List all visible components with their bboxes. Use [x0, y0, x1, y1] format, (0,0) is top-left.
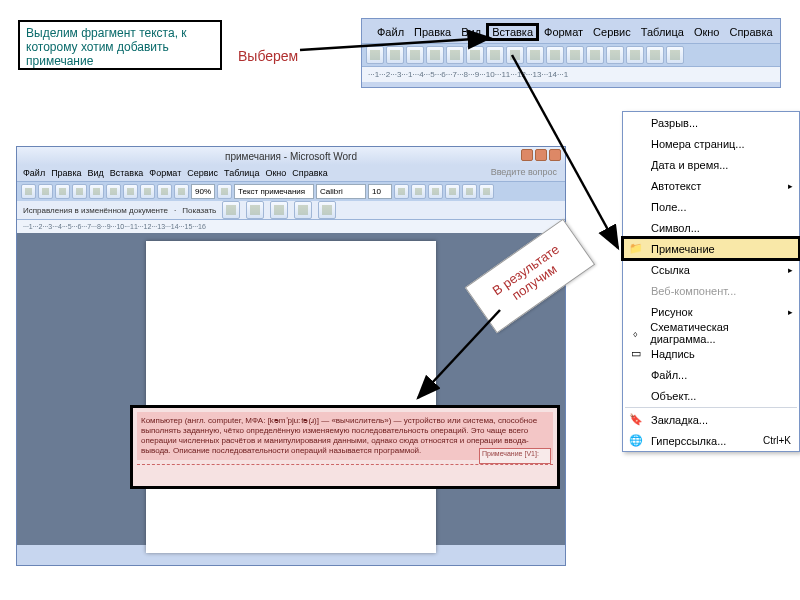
dd-bookmark[interactable]: 🔖Закладка...	[623, 409, 799, 430]
dd-page-numbers[interactable]: Номера страниц...	[623, 133, 799, 154]
tb-print-icon[interactable]	[72, 184, 87, 199]
w2-menu-tools[interactable]: Сервис	[187, 168, 218, 178]
menu-tools[interactable]: Сервис	[588, 24, 636, 40]
blank-icon	[627, 304, 645, 320]
toolbar-paste-icon[interactable]	[526, 46, 544, 64]
dd-autotext[interactable]: Автотекст▸	[623, 175, 799, 196]
menu-view[interactable]: Вид	[456, 24, 486, 40]
dd-break[interactable]: Разрыв...	[623, 112, 799, 133]
ruler: ···1···2···3···1···4···5···6···7···8···9…	[362, 66, 780, 82]
menu-insert[interactable]: Вставка	[486, 23, 539, 41]
diagram-icon: ⬨	[627, 325, 644, 341]
w2-menu-insert[interactable]: Вставка	[110, 168, 143, 178]
dd-separator	[625, 407, 797, 408]
word-menubar-fragment: Файл Правка Вид Вставка Формат Сервис Та…	[361, 18, 781, 88]
dd-reference[interactable]: Ссылка▸	[623, 259, 799, 280]
toolbar-print-icon[interactable]	[426, 46, 444, 64]
blank-icon	[627, 157, 645, 173]
tb-redo-icon[interactable]	[174, 184, 189, 199]
blank-icon	[627, 199, 645, 215]
menu-help[interactable]: Справка	[724, 24, 777, 40]
w2-menu-file[interactable]: Файл	[23, 168, 45, 178]
toolbar-drawing-icon[interactable]	[646, 46, 664, 64]
zoom-combo[interactable]: 90%	[191, 184, 215, 199]
word2-ruler: ···1···2···3···4···5···6···7···8···9···1…	[17, 219, 565, 233]
help-question-box[interactable]: Введите вопрос	[491, 167, 557, 177]
review-prev-icon[interactable]	[222, 201, 240, 219]
menu-table[interactable]: Таблица	[636, 24, 689, 40]
review-accept-icon[interactable]	[270, 201, 288, 219]
close-button[interactable]	[549, 149, 561, 161]
maximize-button[interactable]	[535, 149, 547, 161]
toolbar-new-icon[interactable]	[366, 46, 384, 64]
w2-menu-help[interactable]: Справка	[292, 168, 327, 178]
toolbar-preview-icon[interactable]	[446, 46, 464, 64]
toolbar-save-icon[interactable]	[406, 46, 424, 64]
review-comment-icon[interactable]	[318, 201, 336, 219]
tb-align-center-icon[interactable]	[462, 184, 477, 199]
toolbar-open-icon[interactable]	[386, 46, 404, 64]
folder-icon: 📁	[627, 241, 645, 257]
tb-paste-icon[interactable]	[140, 184, 155, 199]
tb-underline-icon[interactable]	[428, 184, 443, 199]
dd-comment[interactable]: 📁Примечание	[623, 238, 799, 259]
word2-review-toolbar: Исправления в изменённом документе · Пок…	[17, 201, 565, 219]
tb-new-icon[interactable]	[21, 184, 36, 199]
minimize-button[interactable]	[521, 149, 533, 161]
tb-help-icon[interactable]	[217, 184, 232, 199]
dd-date-time[interactable]: Дата и время...	[623, 154, 799, 175]
w2-menu-format[interactable]: Формат	[149, 168, 181, 178]
blank-icon	[627, 388, 645, 404]
globe-icon: 🌐	[627, 433, 645, 449]
tb-align-left-icon[interactable]	[445, 184, 460, 199]
tb-open-icon[interactable]	[38, 184, 53, 199]
dd-diagram[interactable]: ⬨Схематическая диаграмма...	[623, 322, 799, 343]
w2-menu-view[interactable]: Вид	[88, 168, 104, 178]
toolbar-columns-icon[interactable]	[626, 46, 644, 64]
toolbar-undo-icon[interactable]	[546, 46, 564, 64]
toolbar-spell-icon[interactable]	[466, 46, 484, 64]
style-combo[interactable]: Текст примечания	[234, 184, 314, 199]
w2-menu-window[interactable]: Окно	[265, 168, 286, 178]
toolbar-cut-icon[interactable]	[486, 46, 504, 64]
menu-window[interactable]: Окно	[689, 24, 725, 40]
tb-italic-icon[interactable]	[411, 184, 426, 199]
dd-picture[interactable]: Рисунок▸	[623, 301, 799, 322]
track-changes-combo[interactable]: Исправления в изменённом документе	[23, 206, 168, 215]
toolbar-link-icon[interactable]	[586, 46, 604, 64]
size-combo[interactable]: 10	[368, 184, 392, 199]
submenu-arrow-icon: ▸	[788, 307, 793, 317]
instruction-note: Выделим фрагмент текста, к которому хоти…	[18, 20, 222, 70]
document-page[interactable]	[146, 241, 436, 553]
menu-edit[interactable]: Правка	[409, 24, 456, 40]
w2-menu-table[interactable]: Таблица	[224, 168, 259, 178]
window-title: примечания - Microsoft Word	[225, 151, 357, 162]
review-reject-icon[interactable]	[294, 201, 312, 219]
tb-cut-icon[interactable]	[106, 184, 121, 199]
toolbar-redo-icon[interactable]	[566, 46, 584, 64]
tb-undo-icon[interactable]	[157, 184, 172, 199]
dd-object[interactable]: Объект...	[623, 385, 799, 406]
w2-menu-edit[interactable]: Правка	[51, 168, 81, 178]
blank-icon	[627, 262, 645, 278]
tb-copy-icon[interactable]	[123, 184, 138, 199]
review-next-icon[interactable]	[246, 201, 264, 219]
tb-bold-icon[interactable]	[394, 184, 409, 199]
tb-align-right-icon[interactable]	[479, 184, 494, 199]
blank-icon	[627, 136, 645, 152]
dd-symbol[interactable]: Символ...	[623, 217, 799, 238]
tb-save-icon[interactable]	[55, 184, 70, 199]
show-button[interactable]: Показать	[182, 206, 216, 215]
tb-preview-icon[interactable]	[89, 184, 104, 199]
font-combo[interactable]: Calibri	[316, 184, 366, 199]
toolbar-table-icon[interactable]	[606, 46, 624, 64]
dd-textbox[interactable]: ▭Надпись	[623, 343, 799, 364]
toolbar-zoom-icon[interactable]	[666, 46, 684, 64]
toolbar-copy-icon[interactable]	[506, 46, 524, 64]
comment-bubble[interactable]: Примечание [V1]:	[479, 448, 551, 464]
dd-file[interactable]: Файл...	[623, 364, 799, 385]
menu-file[interactable]: Файл	[372, 24, 409, 40]
menu-format[interactable]: Формат	[539, 24, 588, 40]
dd-hyperlink[interactable]: 🌐Гиперссылка...Ctrl+K	[623, 430, 799, 451]
dd-field[interactable]: Поле...	[623, 196, 799, 217]
